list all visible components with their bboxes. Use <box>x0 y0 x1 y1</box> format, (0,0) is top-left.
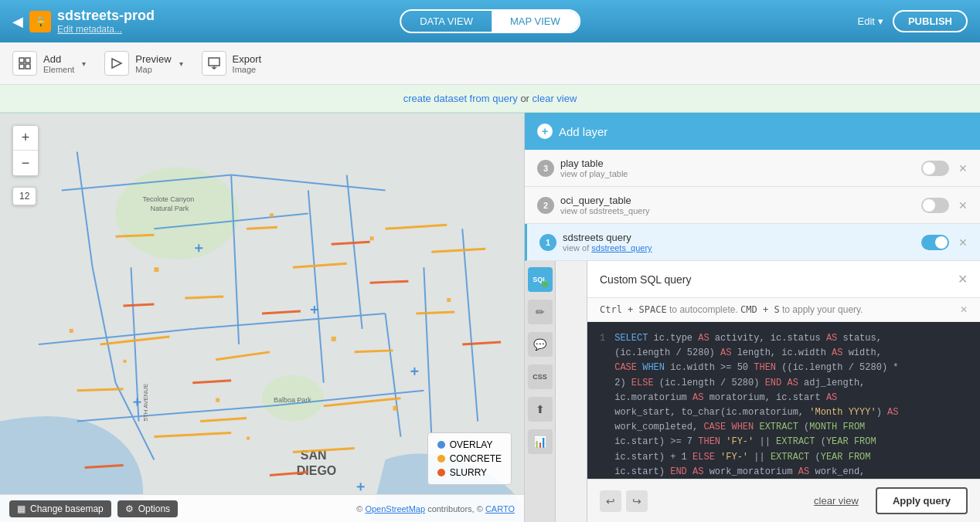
clear-view-button[interactable]: clear view <box>806 490 866 511</box>
title-block: sdstreets-prod Edit metadata... <box>57 8 155 35</box>
export-image-group[interactable]: Export Image <box>202 51 262 76</box>
publish-button[interactable]: PUBLISH <box>893 10 968 32</box>
svg-rect-64 <box>70 329 73 333</box>
layer-name-2: oci_query_table <box>560 195 915 206</box>
preview-map-caret: ▾ <box>179 59 183 68</box>
svg-text:Natural Park: Natural Park <box>150 205 189 212</box>
svg-text:Tecolote Canyon: Tecolote Canyon <box>142 195 194 203</box>
sql-panel-close[interactable]: ✕ <box>958 272 968 286</box>
layers-panel: + Add layer 3 play table view of play_ta… <box>525 113 980 261</box>
sql-panel-title: Custom SQL query <box>600 273 692 286</box>
page-title: sdstreets-prod <box>57 8 155 24</box>
zoom-controls: + − <box>12 125 39 176</box>
layer-item-2[interactable]: 2 oci_query_table view of sdstreets_quer… <box>525 187 980 224</box>
side-icons-panel: SQL ✏ 💬 CSS ⬆ 📊 <box>525 261 556 522</box>
svg-line-40 <box>355 351 393 352</box>
zoom-out-button[interactable]: − <box>13 151 38 175</box>
svg-line-49 <box>370 281 409 283</box>
zoom-in-button[interactable]: + <box>13 126 38 151</box>
tab-map-view[interactable]: MAP VIEW <box>492 11 579 32</box>
layer-name-1: sdstreets query <box>563 232 915 243</box>
svg-rect-62 <box>447 298 451 302</box>
options-button[interactable]: ⚙ Options <box>117 500 178 517</box>
sql-hint-close[interactable]: ✕ <box>960 304 968 315</box>
svg-line-45 <box>116 235 155 236</box>
svg-text:5TH AVENUE: 5TH AVENUE <box>142 384 149 422</box>
apply-query-button[interactable]: Apply query <box>876 487 968 514</box>
layer-close-1[interactable]: ✕ <box>958 236 968 249</box>
add-element-group[interactable]: Add Element ▾ <box>12 51 86 76</box>
comment-side-icon[interactable]: 💬 <box>528 332 553 357</box>
header-right: Edit ▾ PUBLISH <box>858 10 968 32</box>
svg-rect-58 <box>216 398 219 402</box>
svg-rect-59 <box>393 406 398 411</box>
layer-toggle-2[interactable] <box>921 198 949 213</box>
layer-source-3: view of play_table <box>560 169 915 178</box>
clear-view-link[interactable]: clear view <box>533 93 577 104</box>
add-layer-plus-icon: + <box>537 124 553 139</box>
preview-map-icon <box>104 51 129 76</box>
legend-item-overlay: OVERLAY <box>437 439 502 450</box>
layer-close-3[interactable]: ✕ <box>958 162 968 175</box>
layer-item-3[interactable]: 3 play table view of play_table ✕ <box>525 150 980 187</box>
right-bottom: SQL ✏ 💬 CSS ⬆ 📊 <box>525 261 980 522</box>
legend-dot-concrete <box>437 455 445 463</box>
layer-source-2: view of sdstreets_query <box>560 206 915 215</box>
main-content: Tecolote Canyon Natural Park Balboa Park… <box>0 113 980 522</box>
layer-source-link-1[interactable]: sdstreets_query <box>591 243 652 253</box>
toolbar: Add Element ▾ Preview Map ▾ Export Image <box>0 42 980 85</box>
tab-data-view[interactable]: DATA VIEW <box>401 11 492 32</box>
chart-side-icon[interactable]: 📊 <box>528 429 553 454</box>
svg-rect-56 <box>270 213 274 217</box>
map-legend: OVERLAY CONCRETE SLURRY <box>427 432 512 485</box>
add-layer-label: Add layer <box>559 125 607 138</box>
edit-side-icon[interactable]: ✏ <box>528 300 553 324</box>
header: ◀ 🔒 sdstreets-prod Edit metadata... DATA… <box>0 0 980 42</box>
gear-icon: ⚙ <box>125 503 134 514</box>
export-side-icon[interactable]: ⬆ <box>528 397 553 422</box>
css-side-icon[interactable]: CSS <box>528 364 553 389</box>
edit-button[interactable]: Edit ▾ <box>858 15 883 27</box>
db-icon: 🔒 <box>29 11 51 32</box>
layer-close-2[interactable]: ✕ <box>958 199 968 212</box>
legend-item-slurry: SLURRY <box>437 467 502 478</box>
redo-button[interactable]: ↪ <box>626 490 648 512</box>
change-basemap-button[interactable]: ▦ Change basemap <box>9 500 111 517</box>
export-image-icon <box>202 51 226 76</box>
svg-rect-63 <box>247 437 250 440</box>
right-panel: + Add layer 3 play table view of play_ta… <box>524 113 980 522</box>
map-bottom-bar: ▦ Change basemap ⚙ Options © OpenStreetM… <box>0 494 524 522</box>
legend-dot-slurry <box>437 469 445 476</box>
svg-line-41 <box>416 312 454 314</box>
view-tabs: DATA VIEW MAP VIEW <box>400 9 580 33</box>
line-number: 1 <box>600 331 605 479</box>
add-layer-row[interactable]: + Add layer <box>525 113 980 150</box>
svg-line-39 <box>185 297 223 298</box>
svg-rect-55 <box>154 267 158 272</box>
svg-rect-1 <box>26 58 30 63</box>
sql-editor[interactable]: 1 SELECT ic.type AS activity, ic.status … <box>587 322 980 479</box>
create-dataset-link[interactable]: create dataset from query <box>403 93 518 104</box>
sql-side-icon[interactable]: SQL <box>528 267 553 292</box>
edit-metadata-link[interactable]: Edit metadata... <box>57 24 155 35</box>
preview-map-group[interactable]: Preview Map ▾ <box>104 51 182 76</box>
add-element-caret: ▾ <box>82 59 86 68</box>
back-button[interactable]: ◀ <box>12 13 23 30</box>
svg-rect-61 <box>370 236 374 240</box>
layer-toggle-3[interactable] <box>921 161 949 176</box>
legend-dot-overlay <box>437 441 445 449</box>
svg-rect-3 <box>26 64 30 69</box>
layer-item-1[interactable]: 1 sdstreets query view of sdstreets_quer… <box>525 224 980 261</box>
svg-marker-4 <box>112 59 121 68</box>
undo-button[interactable]: ↩ <box>600 490 621 512</box>
svg-rect-0 <box>19 58 24 63</box>
svg-rect-5 <box>209 58 219 66</box>
map-credit: © OpenStreetMap contributors, © CARTO <box>356 504 515 514</box>
sql-panel-header: Custom SQL query ✕ <box>587 261 980 298</box>
map-area[interactable]: Tecolote Canyon Natural Park Balboa Park… <box>0 113 524 522</box>
layer-name-3: play table <box>560 158 915 169</box>
sql-code[interactable]: SELECT ic.type AS activity, ic.status AS… <box>614 331 968 479</box>
undo-redo-buttons: ↩ ↪ <box>600 490 648 512</box>
notify-bar: create dataset from query or clear view <box>0 85 980 113</box>
layer-toggle-1[interactable] <box>921 235 949 250</box>
